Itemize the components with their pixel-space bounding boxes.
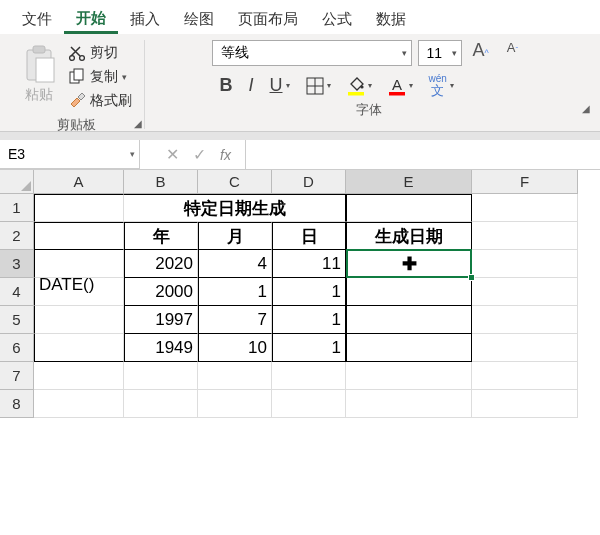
menu-page-layout[interactable]: 页面布局 <box>226 5 310 34</box>
cell[interactable] <box>346 362 472 390</box>
paste-button[interactable]: 粘贴 <box>16 40 62 104</box>
decrease-font-button[interactable]: Aˇ <box>500 40 526 66</box>
menu-draw[interactable]: 绘图 <box>172 5 226 34</box>
cell[interactable] <box>34 362 124 390</box>
borders-button[interactable]: ▾ <box>306 77 331 95</box>
menu-bar: 文件 开始 插入 绘图 页面布局 公式 数据 <box>0 0 600 34</box>
cell-header-gen[interactable]: 生成日期 <box>346 222 472 250</box>
cell[interactable] <box>346 194 472 222</box>
italic-button[interactable]: I <box>249 75 254 96</box>
cell[interactable] <box>34 334 124 362</box>
cell[interactable] <box>472 194 578 222</box>
svg-text:A: A <box>392 76 402 93</box>
copy-icon <box>68 68 86 86</box>
cell-header-year[interactable]: 年 <box>124 222 198 250</box>
cell[interactable] <box>272 390 346 418</box>
col-header-d[interactable]: D <box>272 170 346 194</box>
cell[interactable]: 1 <box>272 306 346 334</box>
select-all-corner[interactable] <box>0 170 34 194</box>
cell[interactable]: 1 <box>272 278 346 306</box>
row-header-3[interactable]: 3 <box>0 250 34 278</box>
paste-label: 粘贴 <box>25 86 53 104</box>
cell[interactable]: 1 <box>198 278 272 306</box>
name-box[interactable]: E3 ▾ <box>0 140 140 169</box>
col-header-a[interactable]: A <box>34 170 124 194</box>
ribbon-group-clipboard: 粘贴 剪切 复制 ▾ 格式刷 剪贴板 ◢ <box>8 40 145 129</box>
menu-file[interactable]: 文件 <box>10 5 64 34</box>
cell[interactable]: 2020 <box>124 250 198 278</box>
cell[interactable] <box>472 362 578 390</box>
row-header-4[interactable]: 4 <box>0 278 34 306</box>
cell-header-day[interactable]: 日 <box>272 222 346 250</box>
cell-title[interactable]: 特定日期生成 <box>124 194 346 222</box>
cell[interactable] <box>472 390 578 418</box>
cell-header-month[interactable]: 月 <box>198 222 272 250</box>
increase-font-button[interactable]: A^ <box>468 40 494 66</box>
menu-insert[interactable]: 插入 <box>118 5 172 34</box>
cell[interactable] <box>34 306 124 334</box>
clipboard-group-label: 剪贴板 <box>57 112 96 136</box>
fill-handle[interactable] <box>468 274 475 281</box>
chevron-down-icon: ▾ <box>130 149 135 159</box>
cell[interactable] <box>472 250 578 278</box>
svg-point-4 <box>80 56 85 61</box>
bold-button[interactable]: B <box>220 75 233 96</box>
cut-button[interactable]: 剪切 <box>66 42 134 64</box>
menu-home[interactable]: 开始 <box>64 4 118 34</box>
col-header-b[interactable]: B <box>124 170 198 194</box>
insert-function-button[interactable]: fx <box>220 147 231 163</box>
clipboard-expand-icon[interactable]: ◢ <box>134 118 142 129</box>
cell[interactable] <box>124 390 198 418</box>
format-painter-button[interactable]: 格式刷 <box>66 90 134 112</box>
cell[interactable] <box>472 306 578 334</box>
fill-color-button[interactable]: ▾ <box>347 76 372 96</box>
cell[interactable] <box>198 390 272 418</box>
underline-button[interactable]: U▾ <box>270 75 290 96</box>
cell[interactable]: 1 <box>272 334 346 362</box>
cell[interactable]: 1997 <box>124 306 198 334</box>
col-header-e[interactable]: E <box>346 170 472 194</box>
row-header-2[interactable]: 2 <box>0 222 34 250</box>
cell[interactable] <box>472 278 578 306</box>
cell[interactable] <box>346 306 472 334</box>
cell-func[interactable]: DATE() <box>34 278 124 306</box>
chevron-down-icon: ▾ <box>286 81 290 90</box>
accept-formula-button[interactable]: ✓ <box>193 145 206 164</box>
cell[interactable] <box>124 362 198 390</box>
font-expand-icon[interactable]: ◢ <box>582 103 590 114</box>
font-color-button[interactable]: A ▾ <box>388 76 413 96</box>
row-header-7[interactable]: 7 <box>0 362 34 390</box>
menu-formulas[interactable]: 公式 <box>310 5 364 34</box>
cell[interactable] <box>34 390 124 418</box>
cell[interactable]: 1949 <box>124 334 198 362</box>
cell[interactable]: 10 <box>198 334 272 362</box>
cell[interactable]: 2000 <box>124 278 198 306</box>
cell[interactable] <box>34 250 124 278</box>
col-header-c[interactable]: C <box>198 170 272 194</box>
row-header-5[interactable]: 5 <box>0 306 34 334</box>
cell[interactable] <box>34 194 124 222</box>
formula-input[interactable] <box>246 140 600 169</box>
font-size-select[interactable]: 11 ▾ <box>418 40 462 66</box>
row-header-1[interactable]: 1 <box>0 194 34 222</box>
font-family-select[interactable]: 等线 ▾ <box>212 40 412 66</box>
cell[interactable] <box>346 334 472 362</box>
phonetic-guide-button[interactable]: wén 文 ▾ <box>429 74 454 97</box>
cell[interactable] <box>34 222 124 250</box>
col-header-f[interactable]: F <box>472 170 578 194</box>
cell[interactable] <box>346 278 472 306</box>
cell[interactable]: 7 <box>198 306 272 334</box>
copy-button[interactable]: 复制 ▾ <box>66 66 134 88</box>
cell[interactable] <box>472 222 578 250</box>
cell[interactable] <box>346 390 472 418</box>
cell[interactable] <box>272 362 346 390</box>
row-header-8[interactable]: 8 <box>0 390 34 418</box>
cell[interactable]: 11 <box>272 250 346 278</box>
cell[interactable] <box>472 334 578 362</box>
cell[interactable]: 4 <box>198 250 272 278</box>
row-header-6[interactable]: 6 <box>0 334 34 362</box>
menu-data[interactable]: 数据 <box>364 5 418 34</box>
active-cell-e3[interactable]: ✚ <box>346 250 472 278</box>
cell[interactable] <box>198 362 272 390</box>
cancel-formula-button[interactable]: ✕ <box>166 145 179 164</box>
